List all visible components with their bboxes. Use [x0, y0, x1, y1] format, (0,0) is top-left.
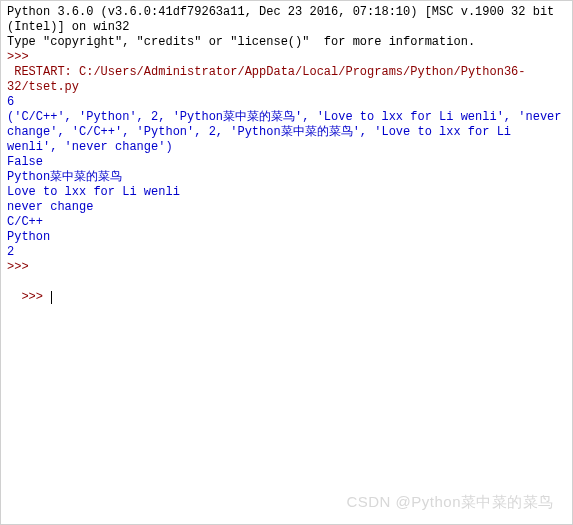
prompt-1: >>>: [7, 50, 566, 65]
input-cursor: [51, 291, 52, 304]
watermark-text: CSDN @Python菜中菜的菜鸟: [346, 493, 554, 512]
copyright-line: Type "copyright", "credits" or "license(…: [7, 35, 566, 50]
restart-line: RESTART: C:/Users/Administrator/AppData/…: [7, 65, 566, 95]
output-line-3: False: [7, 155, 566, 170]
output-line-5: Love to lxx for Li wenli: [7, 185, 566, 200]
prompt-2: >>>: [7, 260, 566, 275]
output-line-2: ('C/C++', 'Python', 2, 'Python菜中菜的菜鸟', '…: [7, 110, 566, 155]
output-line-9: 2: [7, 245, 566, 260]
output-line-8: Python: [7, 230, 566, 245]
python-version-line: Python 3.6.0 (v3.6.0:41df79263a11, Dec 2…: [7, 5, 566, 35]
output-line-4: Python菜中菜的菜鸟: [7, 170, 566, 185]
prompt-3: >>>: [21, 290, 50, 304]
output-line-1: 6: [7, 95, 566, 110]
output-line-7: C/C++: [7, 215, 566, 230]
prompt-3-line[interactable]: >>>: [7, 275, 566, 305]
output-line-6: never change: [7, 200, 566, 215]
